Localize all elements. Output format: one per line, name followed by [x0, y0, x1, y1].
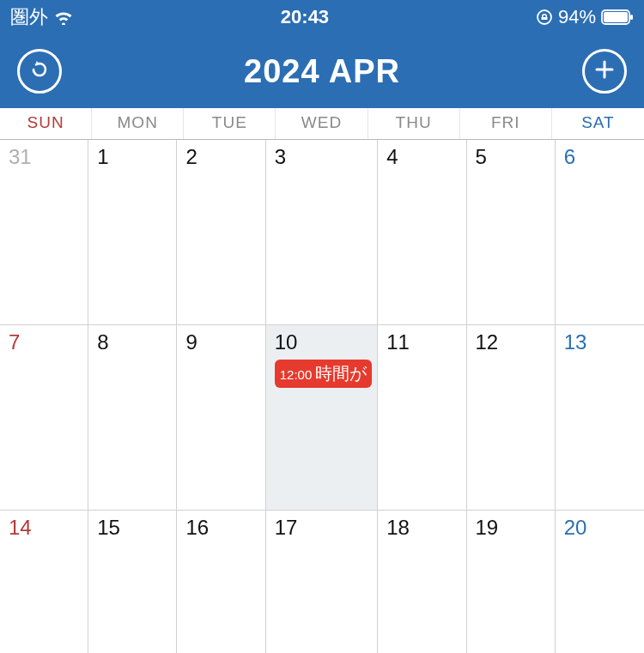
weekday-fri: FRI: [460, 108, 552, 139]
day-number: 19: [476, 516, 550, 540]
carrier-text: 圏外: [10, 4, 48, 30]
day-number: 31: [9, 145, 82, 169]
day-number: 17: [275, 516, 373, 540]
day-number: 13: [564, 330, 639, 354]
day-cell[interactable]: 14: [0, 511, 88, 653]
day-number: 20: [564, 516, 639, 540]
day-cell[interactable]: 16: [177, 511, 265, 653]
day-cell-selected[interactable]: 10 12:00 時間が: [266, 325, 379, 511]
day-number: 9: [185, 330, 259, 354]
day-cell[interactable]: 11: [378, 325, 466, 511]
day-number: 16: [185, 516, 259, 540]
day-cell[interactable]: 4: [378, 140, 466, 325]
svg-rect-2: [604, 12, 628, 22]
redo-icon: [27, 57, 52, 85]
weekday-thu: THU: [368, 108, 460, 139]
day-cell[interactable]: 15: [88, 511, 177, 653]
wifi-icon: [53, 9, 74, 25]
day-cell[interactable]: 20: [556, 511, 644, 653]
day-number: 6: [564, 145, 639, 169]
weekday-tue: TUE: [184, 108, 276, 139]
day-cell[interactable]: 19: [467, 511, 556, 653]
day-number: 5: [476, 145, 550, 169]
battery-percent: 94%: [558, 6, 596, 28]
day-number: 12: [476, 330, 550, 354]
battery-icon: [601, 9, 634, 25]
day-cell[interactable]: 12: [467, 325, 556, 511]
status-bar: 圏外 20:43 94%: [0, 0, 644, 34]
weekday-wed: WED: [276, 108, 368, 139]
day-number: 14: [9, 516, 82, 540]
redo-button[interactable]: [17, 49, 62, 94]
status-right: 94%: [536, 6, 634, 28]
app-header: 2024 APR: [0, 34, 644, 108]
day-cell[interactable]: 8: [88, 325, 177, 511]
header-title: 2024 APR: [62, 53, 582, 90]
event-pill[interactable]: 12:00 時間が: [275, 360, 373, 388]
day-cell[interactable]: 18: [378, 511, 466, 653]
event-title: 時間が: [315, 362, 367, 385]
day-number: 10: [275, 330, 373, 354]
day-cell[interactable]: 3: [266, 140, 379, 325]
event-time: 12:00: [280, 367, 313, 382]
day-number: 7: [9, 330, 82, 354]
weekday-sat: SAT: [552, 108, 644, 139]
status-left: 圏外: [10, 4, 74, 30]
day-cell[interactable]: 5: [467, 140, 556, 325]
day-number: 15: [97, 516, 171, 540]
day-cell[interactable]: 9: [177, 325, 265, 511]
day-cell[interactable]: 7: [0, 325, 88, 511]
day-number: 11: [386, 330, 460, 354]
day-number: 4: [386, 145, 460, 169]
day-cell[interactable]: 2: [177, 140, 265, 325]
day-number: 3: [275, 145, 373, 169]
day-cell[interactable]: 13: [556, 325, 644, 511]
day-cell[interactable]: 17: [266, 511, 379, 653]
day-cell[interactable]: 31: [0, 140, 88, 325]
day-cell[interactable]: 1: [88, 140, 177, 325]
day-number: 8: [97, 330, 171, 354]
svg-rect-3: [630, 15, 633, 20]
day-cell[interactable]: 6: [556, 140, 644, 325]
weekday-sun: SUN: [0, 108, 92, 139]
day-number: 2: [185, 145, 259, 169]
day-number: 1: [97, 145, 171, 169]
weekday-header: SUN MON TUE WED THU FRI SAT: [0, 108, 644, 140]
day-number: 18: [386, 516, 460, 540]
weekday-mon: MON: [92, 108, 184, 139]
add-button[interactable]: [582, 49, 627, 94]
status-time: 20:43: [281, 6, 329, 28]
plus-icon: [593, 58, 616, 84]
calendar-grid: 31 1 2 3 4 5 6 7 8 9 10 12:00 時間が 11 12 …: [0, 140, 644, 653]
rotation-lock-icon: [536, 9, 553, 26]
